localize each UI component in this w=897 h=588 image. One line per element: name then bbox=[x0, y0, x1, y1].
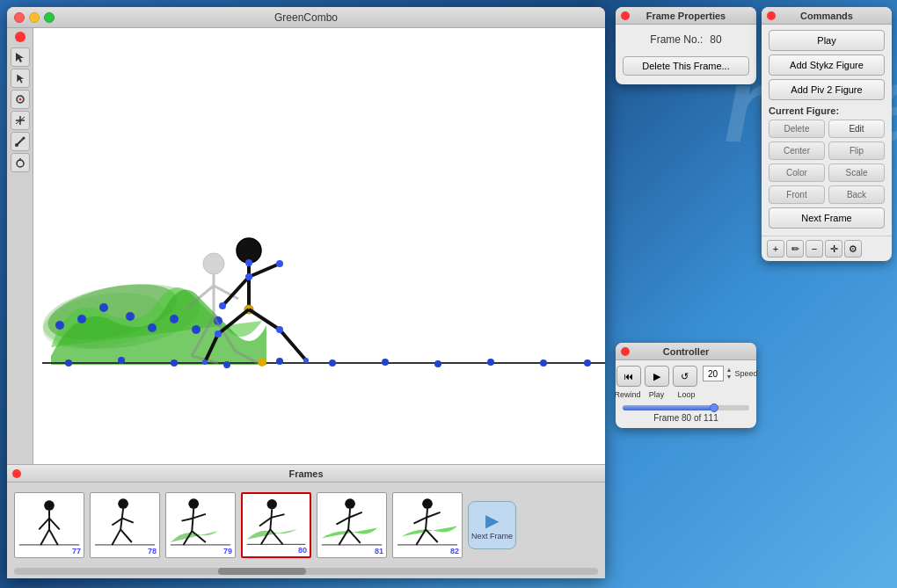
controller-title: Controller bbox=[663, 346, 710, 357]
controller-panel: Controller ⏮ ▶ ↺ Rewind Play Loop bbox=[616, 343, 756, 428]
progress-bar-fill bbox=[623, 405, 714, 410]
next-frame-arrow-icon: ▶ bbox=[485, 510, 499, 531]
back-button[interactable]: Back bbox=[828, 185, 885, 204]
maximize-button[interactable] bbox=[44, 12, 55, 23]
controller-close[interactable] bbox=[621, 347, 630, 356]
flip-button[interactable]: Flip bbox=[828, 142, 885, 160]
frame-number-82: 82 bbox=[450, 547, 459, 555]
scale-button[interactable]: Scale bbox=[828, 163, 885, 182]
center-flip-row: Center Flip bbox=[769, 142, 885, 160]
bone-tool[interactable] bbox=[11, 132, 30, 151]
svg-point-28 bbox=[329, 359, 336, 367]
commands-body: Play Add Stykz Figure Add Piv 2 Figure C… bbox=[762, 25, 892, 234]
svg-point-16 bbox=[99, 303, 108, 312]
frame-no-label: Frame No.: bbox=[650, 33, 703, 46]
color-button[interactable]: Color bbox=[769, 163, 825, 182]
transform-tool[interactable] bbox=[11, 90, 30, 109]
edit-button[interactable]: Edit bbox=[828, 120, 885, 138]
commands-bottom-bar: + ✏ − ✛ ⚙ bbox=[762, 236, 892, 261]
svg-point-27 bbox=[276, 358, 283, 365]
center-button[interactable]: Center bbox=[769, 142, 825, 160]
front-back-row: Front Back bbox=[769, 185, 885, 204]
speed-down-arrow[interactable]: ▼ bbox=[726, 374, 733, 381]
progress-bar[interactable] bbox=[623, 405, 749, 410]
svg-point-20 bbox=[192, 325, 201, 334]
svg-point-1 bbox=[18, 98, 21, 101]
arrow-tool[interactable] bbox=[11, 69, 30, 88]
frame-thumb-80[interactable]: 80 bbox=[241, 492, 311, 558]
settings-icon-button[interactable]: ⚙ bbox=[844, 240, 862, 258]
frame-counter: Frame 80 of 111 bbox=[623, 413, 749, 423]
frame-number-80: 80 bbox=[298, 546, 307, 555]
current-figure-label: Current Figure: bbox=[769, 105, 885, 116]
frame-props-close[interactable] bbox=[621, 11, 630, 20]
delete-frame-button[interactable]: Delete This Frame... bbox=[623, 56, 749, 76]
svg-point-17 bbox=[126, 312, 135, 321]
speed-arrows[interactable]: ▲ ▼ bbox=[726, 367, 733, 381]
play-button-cmd[interactable]: Play bbox=[769, 30, 885, 51]
circle-tool[interactable] bbox=[11, 153, 30, 172]
rewind-button[interactable]: ⏮ bbox=[616, 366, 641, 387]
progress-thumb[interactable] bbox=[710, 403, 718, 412]
svg-point-86 bbox=[267, 499, 277, 509]
frames-scrollbar-thumb[interactable] bbox=[218, 568, 306, 575]
frames-panel-close[interactable] bbox=[12, 469, 21, 478]
edit-icon-button[interactable]: ✏ bbox=[786, 240, 804, 258]
svg-point-62 bbox=[44, 500, 55, 511]
frame-thumb-82[interactable]: 82 bbox=[392, 492, 463, 558]
speed-control: 20 ▲ ▼ Speed bbox=[703, 366, 758, 381]
frame-props-titlebar: Frame Properties bbox=[616, 7, 756, 25]
frame-number-81: 81 bbox=[375, 547, 383, 555]
speed-up-arrow[interactable]: ▲ bbox=[726, 367, 733, 374]
frame-no-row: Frame No.: 80 bbox=[623, 33, 749, 46]
move-icon-button[interactable]: ✛ bbox=[825, 240, 842, 258]
front-button[interactable]: Front bbox=[769, 185, 825, 204]
frame-thumb-78[interactable]: 78 bbox=[90, 492, 160, 558]
next-frame-label: Next Frame bbox=[471, 533, 513, 541]
frame-thumb-77[interactable]: 77 bbox=[14, 492, 84, 558]
svg-point-52 bbox=[245, 259, 252, 266]
add-icon-button[interactable]: + bbox=[767, 240, 784, 258]
svg-point-70 bbox=[118, 498, 128, 509]
minimize-button[interactable] bbox=[29, 12, 40, 23]
svg-point-8 bbox=[17, 160, 24, 167]
frame-thumb-81[interactable]: 81 bbox=[317, 492, 387, 558]
loop-label: Loop bbox=[675, 390, 699, 399]
svg-point-6 bbox=[15, 143, 18, 147]
svg-point-54 bbox=[219, 302, 226, 309]
close-button[interactable] bbox=[14, 12, 25, 23]
speed-value[interactable]: 20 bbox=[703, 366, 724, 381]
svg-point-59 bbox=[303, 358, 309, 363]
main-window: GreenCombo bbox=[7, 7, 605, 578]
frame-number-79: 79 bbox=[223, 547, 232, 555]
ctrl-labels: Rewind Play Loop bbox=[615, 390, 699, 399]
svg-point-26 bbox=[223, 361, 230, 368]
frame-thumb-79[interactable]: 79 bbox=[165, 492, 236, 558]
next-frame-button[interactable]: ▶ Next Frame bbox=[468, 501, 516, 549]
frames-panel-header: Frames bbox=[7, 465, 605, 483]
controller-titlebar: Controller bbox=[616, 343, 756, 360]
play-button[interactable]: ▶ bbox=[645, 366, 669, 387]
frames-scrollbar[interactable] bbox=[14, 568, 598, 575]
svg-point-102 bbox=[422, 498, 433, 509]
next-frame-cmd-button[interactable]: Next Frame bbox=[769, 207, 885, 229]
speed-label: Speed bbox=[734, 369, 757, 378]
svg-point-94 bbox=[345, 498, 355, 509]
commands-titlebar: Commands bbox=[762, 7, 892, 25]
svg-point-43 bbox=[237, 238, 261, 263]
add-node-tool[interactable] bbox=[11, 111, 30, 130]
frames-panel-title: Frames bbox=[288, 468, 323, 479]
frames-panel: Frames 77 bbox=[7, 464, 605, 578]
loop-button[interactable]: ↺ bbox=[673, 366, 697, 387]
svg-point-30 bbox=[434, 360, 441, 367]
svg-point-7 bbox=[22, 137, 25, 140]
add-stykz-button[interactable]: Add Stykz Figure bbox=[769, 54, 885, 76]
canvas-area[interactable] bbox=[33, 28, 605, 464]
commands-close[interactable] bbox=[767, 11, 776, 20]
select-tool[interactable] bbox=[11, 47, 30, 67]
delete-button[interactable]: Delete bbox=[769, 120, 825, 138]
color-scale-row: Color Scale bbox=[769, 163, 885, 182]
add-piv2-button[interactable]: Add Piv 2 Figure bbox=[769, 79, 885, 100]
remove-icon-button[interactable]: − bbox=[806, 240, 823, 258]
svg-point-34 bbox=[258, 358, 266, 367]
